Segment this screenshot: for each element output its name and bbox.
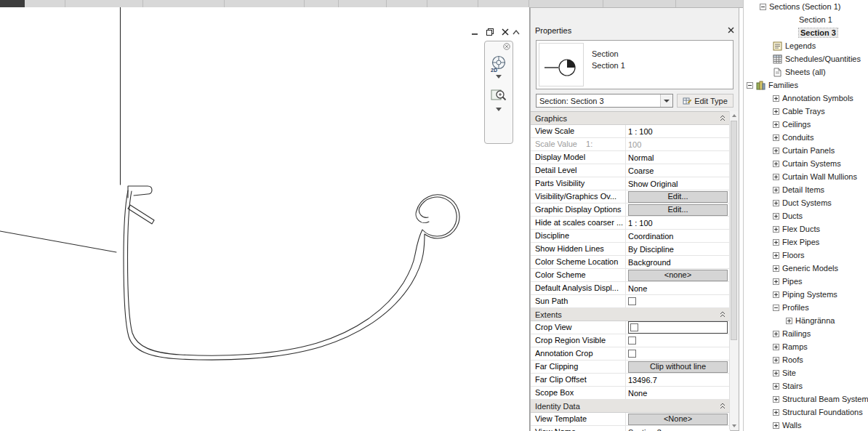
tree-item-label[interactable]: Profiles bbox=[782, 303, 809, 312]
property-value-cell[interactable]: By Discipline bbox=[626, 243, 730, 255]
expand-expander-icon[interactable] bbox=[773, 174, 779, 180]
property-value-cell[interactable] bbox=[626, 334, 730, 347]
tree-item-label[interactable]: Cable Trays bbox=[782, 107, 825, 116]
tree-row[interactable]: Sheets (all) bbox=[744, 65, 868, 78]
tree-row[interactable]: Annotation Symbols bbox=[744, 92, 868, 105]
tree-row[interactable]: Section 3 bbox=[744, 26, 868, 39]
close-button[interactable] bbox=[500, 27, 510, 37]
tree-row[interactable]: Ducts bbox=[744, 209, 868, 222]
tree-item-label[interactable]: Pipes bbox=[782, 277, 803, 286]
tree-row[interactable]: Roofs bbox=[744, 353, 868, 366]
expand-expander-icon[interactable] bbox=[773, 108, 779, 115]
expand-expander-icon[interactable] bbox=[773, 331, 779, 337]
property-value-cell[interactable]: Edit... bbox=[626, 204, 730, 216]
tree-item-label[interactable]: Annotation Symbols bbox=[782, 94, 853, 102]
tree-row[interactable]: Schedules/Quantities bbox=[744, 52, 868, 65]
tree-row[interactable]: Floors bbox=[744, 249, 868, 262]
collapse-expander-icon[interactable] bbox=[760, 4, 766, 10]
expand-expander-icon[interactable] bbox=[773, 187, 779, 193]
restore-button[interactable] bbox=[485, 27, 495, 37]
property-value-cell[interactable] bbox=[626, 321, 730, 334]
tree-row[interactable]: Ramps bbox=[744, 340, 868, 353]
tree-item-label[interactable]: Sections (Section 1) bbox=[769, 2, 840, 11]
properties-close-button[interactable] bbox=[728, 26, 734, 35]
collapse-expander-icon[interactable] bbox=[773, 305, 779, 311]
expand-expander-icon[interactable] bbox=[773, 383, 779, 390]
tree-row[interactable]: Railings bbox=[744, 327, 868, 340]
expand-expander-icon[interactable] bbox=[773, 226, 779, 233]
tree-row[interactable]: Profiles bbox=[744, 301, 868, 314]
property-value-button[interactable]: <None> bbox=[628, 414, 728, 425]
tree-item-label[interactable]: Schedules/Quantities bbox=[785, 55, 861, 63]
property-value-cell[interactable]: 1 : 100 bbox=[626, 217, 730, 229]
collapse-chevron-icon[interactable] bbox=[719, 402, 726, 411]
property-value-cell[interactable]: Show Original bbox=[626, 177, 730, 190]
tree-item-label[interactable]: Railings bbox=[782, 329, 811, 338]
properties-filter-combo[interactable]: Section: Section 3 bbox=[536, 94, 673, 108]
property-value-cell[interactable]: Edit... bbox=[626, 190, 730, 203]
property-value-cell[interactable]: Coordination bbox=[626, 230, 730, 242]
tree-item-label[interactable]: Families bbox=[768, 81, 798, 89]
tree-row[interactable]: Conduits bbox=[744, 131, 868, 144]
scroll-up-arrow[interactable] bbox=[510, 26, 522, 38]
tree-item-label[interactable]: Structural Beam Systems bbox=[782, 395, 868, 403]
drawing-area[interactable]: 2D bbox=[0, 7, 530, 431]
property-group-header[interactable]: Graphics bbox=[531, 112, 730, 125]
tree-item-label[interactable]: Curtain Panels bbox=[782, 146, 835, 155]
expand-expander-icon[interactable] bbox=[773, 265, 779, 272]
navbar-close-button[interactable] bbox=[503, 43, 510, 52]
tree-row[interactable]: Families bbox=[744, 78, 868, 92]
property-value-cell[interactable]: 13496.7 bbox=[626, 374, 730, 386]
tree-item-label[interactable]: Section 1 bbox=[799, 15, 832, 24]
property-value-cell[interactable]: Section 3 bbox=[626, 426, 730, 431]
property-value-cell[interactable]: Background bbox=[626, 256, 730, 268]
tree-item-label[interactable]: Flex Pipes bbox=[782, 238, 819, 246]
property-value-cell[interactable] bbox=[626, 295, 730, 307]
tree-item-label[interactable]: Hängränna bbox=[795, 316, 835, 325]
tree-item-label[interactable]: Curtain Wall Mullions bbox=[782, 172, 857, 181]
expand-expander-icon[interactable] bbox=[773, 344, 779, 350]
property-value-button[interactable]: <none> bbox=[628, 270, 728, 281]
tree-row[interactable]: Flex Pipes bbox=[744, 235, 868, 249]
expand-expander-icon[interactable] bbox=[773, 278, 779, 285]
tree-item-label[interactable]: Roofs bbox=[782, 355, 803, 364]
expand-expander-icon[interactable] bbox=[773, 213, 779, 219]
expand-expander-icon[interactable] bbox=[773, 239, 779, 246]
tree-item-label[interactable]: Sheets (all) bbox=[785, 68, 826, 76]
expand-expander-icon[interactable] bbox=[773, 148, 779, 154]
property-value-cell[interactable]: <None> bbox=[626, 413, 730, 425]
tree-item-label[interactable]: Site bbox=[782, 368, 796, 377]
tree-item-label[interactable]: Conduits bbox=[782, 133, 813, 142]
tree-row[interactable]: Legends bbox=[744, 39, 868, 52]
property-value-cell[interactable]: 100 bbox=[626, 138, 730, 150]
expand-expander-icon[interactable] bbox=[773, 357, 779, 363]
scrollbar-down-arrow[interactable] bbox=[730, 422, 738, 430]
scrollbar-thumb[interactable] bbox=[731, 121, 737, 340]
tree-row[interactable]: Detail Items bbox=[744, 183, 868, 196]
tree-item-label[interactable]: Structural Foundations bbox=[782, 408, 863, 416]
property-value-cell[interactable]: None bbox=[626, 387, 730, 399]
tree-row[interactable]: Cable Trays bbox=[744, 105, 868, 118]
edit-type-button[interactable]: Edit Type bbox=[677, 94, 734, 108]
tree-row[interactable]: Duct Systems bbox=[744, 196, 868, 209]
expand-expander-icon[interactable] bbox=[773, 121, 779, 128]
steering-wheel-button[interactable]: 2D bbox=[490, 55, 507, 72]
tree-item-label[interactable]: Legends bbox=[785, 41, 816, 50]
property-value-cell[interactable] bbox=[626, 347, 730, 360]
expand-expander-icon[interactable] bbox=[773, 200, 779, 206]
tree-row[interactable]: Ceilings bbox=[744, 118, 868, 131]
tree-row[interactable]: Site bbox=[744, 366, 868, 379]
checkbox[interactable] bbox=[628, 350, 636, 358]
tree-item-label[interactable]: Generic Models bbox=[782, 264, 838, 273]
property-group-header[interactable]: Extents bbox=[531, 308, 730, 321]
collapse-expander-icon[interactable] bbox=[747, 82, 753, 89]
zoom-button[interactable] bbox=[491, 87, 507, 105]
collapse-chevron-icon[interactable] bbox=[719, 114, 726, 123]
tree-item-label[interactable]: Ramps bbox=[782, 342, 808, 351]
type-selector[interactable]: Section Section 1 bbox=[536, 40, 734, 89]
zoom-dropdown-arrow[interactable] bbox=[496, 108, 502, 111]
property-value-cell[interactable]: Coarse bbox=[626, 164, 730, 177]
active-edit-field[interactable] bbox=[628, 321, 728, 334]
checkbox[interactable] bbox=[628, 337, 636, 345]
property-value-cell[interactable]: 1 : 100 bbox=[626, 125, 730, 137]
